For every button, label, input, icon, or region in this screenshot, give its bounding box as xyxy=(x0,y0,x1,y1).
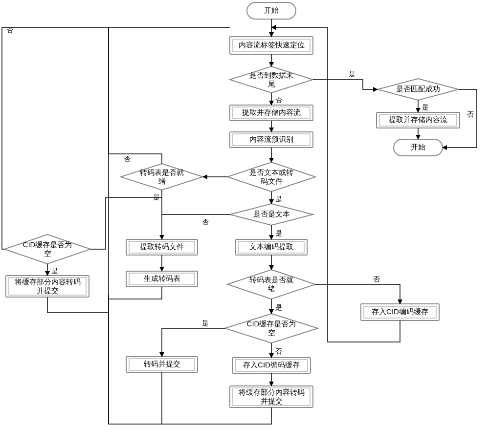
terminator-end-label: 开始 xyxy=(411,143,425,151)
dcla: CID缓存是否为 xyxy=(23,240,72,249)
pclb: 并提交 xyxy=(37,286,59,295)
decision-match-label: 是否匹配成功 xyxy=(396,85,440,93)
flowchart-canvas: 是否匹配成功 提取并存储内容流 开始 开始 内容流标签快速定位 是否到数据末 尾… xyxy=(0,0,489,448)
process-locate-tag-label: 内容流标签快速定位 xyxy=(239,41,305,49)
label-dtc-yes: 是 xyxy=(153,193,160,201)
d4a: 转码表是否就 xyxy=(249,276,293,284)
dclb: 空 xyxy=(44,249,51,257)
d2a: 是否文本或转 xyxy=(249,168,293,176)
process-text-encode-extract: 文本编码提取 xyxy=(236,239,307,255)
process-extract-right-label: 提取并存储内容流 xyxy=(389,115,447,124)
label-d3-yes: 是 xyxy=(275,229,282,237)
process-store-cid-right: 存入CID编码缓存 xyxy=(361,304,439,320)
label-d2-yes: 是 xyxy=(275,195,282,203)
pcla: 将缓存部分内容转码 xyxy=(14,277,81,286)
d5a: CID缓存是否为 xyxy=(247,320,296,328)
process-transcode-submit-label: 转码并提交 xyxy=(144,360,180,368)
label-dcl-yes: 是 xyxy=(51,267,58,275)
dtca: 转码表是否就 xyxy=(140,168,184,176)
process-gen-transcode-table-label: 生成转码表 xyxy=(144,274,180,282)
process-extract-store-label: 提取并存储内容流 xyxy=(242,108,301,116)
process-gen-transcode-table: 生成转码表 xyxy=(126,271,198,287)
process-extract-transcode-file: 提取转码文件 xyxy=(126,239,198,255)
d5b: 空 xyxy=(268,328,275,337)
process-prerecognize: 内容流预识别 xyxy=(230,132,313,148)
label-d5-no: 否 xyxy=(275,347,282,355)
d4b: 绪 xyxy=(268,284,275,293)
d2b: 码文件 xyxy=(261,177,283,185)
label-d1-yes: 是 xyxy=(349,70,356,78)
label-d1-no: 否 xyxy=(275,96,282,104)
d1b: 尾 xyxy=(268,80,275,88)
process-store-cid-center: 存入CID编码缓存 xyxy=(232,358,311,373)
process-store-cid-right-label: 存入CID编码缓存 xyxy=(372,307,428,316)
process-extract-right: 提取并存储内容流 xyxy=(377,112,460,128)
label-dcl-no: 否 xyxy=(6,26,13,34)
process-cache-transcode-submit: 将缓存部分内容转码 并提交 xyxy=(230,386,313,407)
process-prerecognize-label: 内容流预识别 xyxy=(249,135,293,143)
label-d5-yes: 是 xyxy=(202,319,209,327)
process-store-cid-center-label: 存入CID编码缓存 xyxy=(243,361,300,369)
d1a: 是否到数据末 xyxy=(249,71,293,79)
dtcb: 绪 xyxy=(158,177,166,185)
process-extract-transcode-file-label: 提取转码文件 xyxy=(140,242,184,251)
terminator-start-label: 开始 xyxy=(264,6,279,14)
label-d3-no: 否 xyxy=(202,218,209,226)
label-d4-yes: 是 xyxy=(275,303,282,311)
p6b: 并提交 xyxy=(261,397,283,405)
label-match-yes: 是 xyxy=(422,103,429,111)
decision-is-text-label: 是否是文本 xyxy=(253,210,290,218)
label-dtc-no: 否 xyxy=(124,155,131,163)
label-match-no: 否 xyxy=(467,110,474,118)
process-text-encode-extract-label: 文本编码提取 xyxy=(249,242,293,251)
process-transcode-submit: 转码并提交 xyxy=(126,357,198,372)
process-cache-transcode-left: 将缓存部分内容转码 并提交 xyxy=(6,276,89,297)
process-locate-tag: 内容流标签快速定位 xyxy=(230,37,313,54)
p6a: 将缓存部分内容转码 xyxy=(238,388,305,396)
label-d4-no: 否 xyxy=(373,275,380,283)
process-extract-store: 提取并存储内容流 xyxy=(230,105,313,121)
